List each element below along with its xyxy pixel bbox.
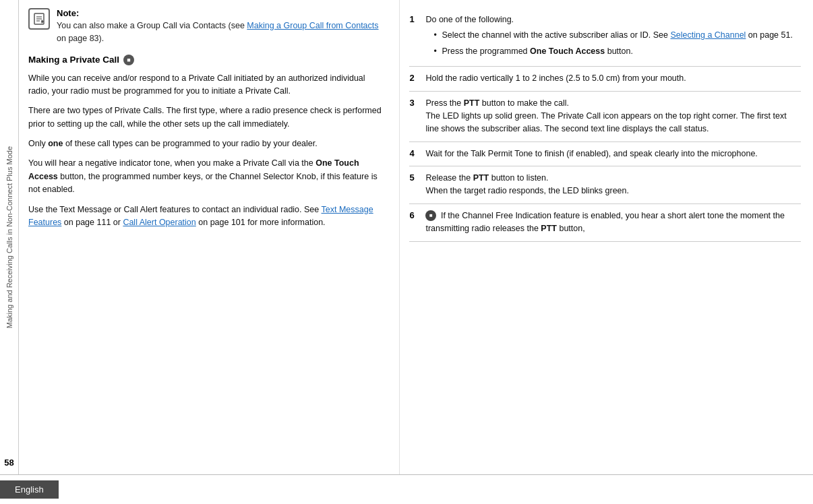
note-box: Note: You can also make a Group Call via… (28, 8, 387, 45)
para5: Use the Text Message or Call Alert featu… (28, 203, 387, 230)
step-2-content: Hold the radio vertically 1 to 2 inches … (425, 72, 801, 85)
para5-prefix: Use the Text Message or Call Alert featu… (28, 205, 322, 214)
note-body: You can also make a Group Call via Conta… (57, 20, 387, 45)
step-6: 6 ■ If the Channel Free Indication featu… (409, 204, 801, 242)
step-5-header: 5 Release the PTT button to listen. When… (409, 172, 801, 198)
note-title: Note: (57, 8, 387, 18)
step-1-content: Do one of the following. Select the chan… (425, 13, 801, 61)
bullet-1-2: Press the programmed One Touch Access bu… (433, 45, 801, 58)
section-heading: Making a Private Call ■ (28, 55, 387, 65)
footer: English (0, 474, 813, 504)
step-6-header: 6 ■ If the Channel Free Indication featu… (409, 210, 801, 236)
step-1: 1 Do one of the following. Select the ch… (409, 8, 801, 67)
note-link1[interactable]: Making a Group Call from Contacts (247, 21, 378, 30)
sidebar-label: Making and Receiving Calls in Non-Connec… (5, 146, 13, 328)
selecting-channel-link[interactable]: Selecting a Channel (671, 30, 746, 40)
step-1-text: Do one of the following. (425, 15, 514, 24)
step-4-number: 4 (409, 148, 420, 158)
step-5: 5 Release the PTT button to listen. When… (409, 166, 801, 204)
para4-prefix: You will hear a negative indicator tone,… (28, 158, 315, 168)
step-2-text: Hold the radio vertically 1 to 2 inches … (425, 73, 686, 83)
step-3-content: Press the PTT button to make the call. T… (425, 97, 801, 136)
step-2-number: 2 (409, 73, 420, 83)
para4: You will hear a negative indicator tone,… (28, 157, 387, 196)
left-column: Note: You can also make a Group Call via… (19, 0, 400, 474)
para5-suffix: on page 101 for more information. (196, 218, 326, 227)
para1: While you can receive and/or respond to … (28, 72, 387, 98)
page-container: Making and Receiving Calls in Non-Connec… (0, 0, 813, 474)
note-icon (28, 8, 50, 30)
bullet-1-1: Select the channel with the active subsc… (433, 29, 801, 42)
para3: Only one of these call types can be prog… (28, 137, 387, 150)
step-5-content: Release the PTT button to listen. When t… (425, 172, 801, 198)
sidebar: Making and Receiving Calls in Non-Connec… (0, 0, 19, 474)
para5-mid: on page 111 or (61, 218, 123, 227)
para5-link2[interactable]: Call Alert Operation (123, 218, 195, 227)
step-4-header: 4 Wait for the Talk Permit Tone to finis… (409, 148, 801, 160)
para4-suffix: button, the programmed number keys, or t… (28, 172, 378, 194)
step-3: 3 Press the PTT button to make the call.… (409, 92, 801, 142)
step-5-number: 5 (409, 172, 420, 183)
right-column: 1 Do one of the following. Select the ch… (400, 0, 813, 474)
step-2-header: 2 Hold the radio vertically 1 to 2 inche… (409, 72, 801, 85)
step-1-number: 1 (409, 14, 420, 24)
note-text-prefix: You can also make a Group Call via Conta… (57, 21, 247, 30)
step-6-number: 6 (409, 210, 420, 220)
step-2: 2 Hold the radio vertically 1 to 2 inche… (409, 67, 801, 91)
step-4-content: Wait for the Talk Permit Tone to finish … (425, 148, 801, 160)
note-content: Note: You can also make a Group Call via… (57, 8, 387, 45)
step-1-bullets: Select the channel with the active subsc… (433, 29, 801, 58)
note-text-suffix: on page 83). (57, 34, 104, 43)
para2: There are two types of Private Calls. Th… (28, 104, 387, 131)
step-6-content: ■ If the Channel Free Indication feature… (425, 210, 801, 236)
step-3-header: 3 Press the PTT button to make the call.… (409, 97, 801, 136)
main-content: Note: You can also make a Group Call via… (19, 0, 813, 474)
page-number: 58 (4, 458, 13, 468)
step-1-header: 1 Do one of the following. Select the ch… (409, 13, 801, 61)
language-badge: English (0, 480, 59, 499)
channel-free-icon: ■ (425, 210, 436, 221)
heading-icon: ■ (123, 55, 134, 65)
heading-text: Making a Private Call (28, 55, 119, 65)
step-3-number: 3 (409, 98, 420, 108)
step-4: 4 Wait for the Talk Permit Tone to finis… (409, 142, 801, 166)
